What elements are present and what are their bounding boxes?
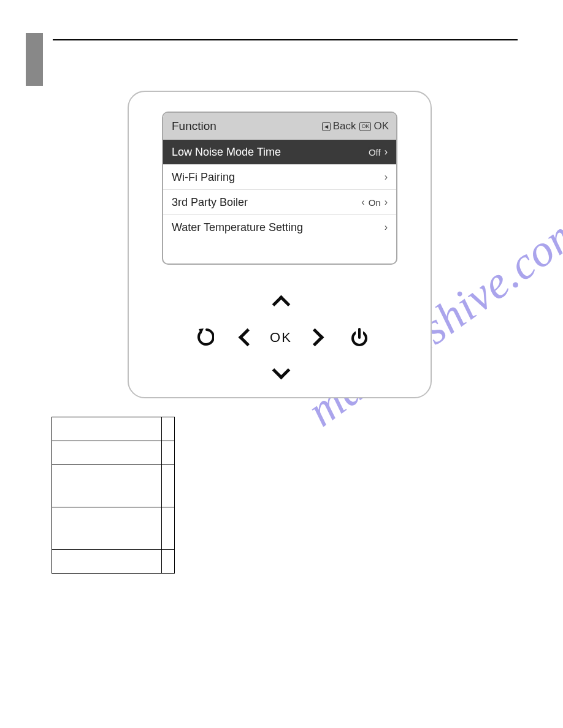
table-cell	[162, 550, 175, 574]
chevron-left-icon	[238, 328, 256, 346]
power-icon	[350, 327, 369, 347]
back-button[interactable]	[194, 325, 216, 349]
table-cell	[52, 550, 162, 574]
table-row	[52, 550, 175, 574]
header-back-hint: ▸ Back	[322, 120, 356, 132]
ok-button-label: OK	[270, 330, 292, 346]
table-cell	[52, 441, 162, 465]
menu-row-water-temperature-setting[interactable]: Water Temperature Setting ›	[163, 215, 396, 240]
page: manualshive.com Function ▸ Back OK OK	[0, 0, 563, 728]
menu-row-label: Low Noise Mode Time	[172, 146, 281, 159]
table-row	[52, 417, 175, 441]
menu-row-right: Off ›	[369, 146, 388, 157]
screen-header: Function ▸ Back OK OK	[163, 113, 396, 140]
back-icon	[196, 327, 214, 347]
menu-row-label: 3rd Party Boiler	[172, 196, 248, 209]
ok-button[interactable]: OK	[267, 327, 295, 348]
menu-row-label: Wi-Fi Pairing	[172, 171, 235, 184]
table-row	[52, 507, 175, 550]
table-row	[52, 441, 175, 465]
table-cell	[162, 441, 175, 465]
controls-area: OK	[129, 282, 431, 392]
table-cell	[52, 417, 162, 441]
header-back-label: Back	[333, 120, 356, 132]
chevron-right-icon	[305, 328, 324, 346]
menu-row-label: Water Temperature Setting	[172, 221, 303, 234]
menu-row-low-noise-mode-time[interactable]: Low Noise Mode Time Off ›	[163, 140, 396, 165]
chevron-up-icon	[272, 295, 290, 313]
menu-row-value: On	[369, 197, 381, 208]
chevron-right-icon: ›	[385, 146, 388, 157]
down-button[interactable]	[271, 363, 291, 377]
table-row	[52, 465, 175, 507]
up-button[interactable]	[271, 297, 291, 311]
menu-row-right: ›	[385, 222, 388, 233]
ok-hint-icon: OK	[359, 122, 371, 131]
left-button[interactable]	[239, 326, 255, 348]
info-table	[52, 417, 175, 574]
menu-row-right: ›	[385, 172, 388, 183]
chevron-right-icon: ›	[385, 197, 388, 208]
table-cell	[52, 465, 162, 507]
side-tab	[26, 33, 43, 86]
header-ok-hint: OK OK	[359, 120, 389, 132]
right-button[interactable]	[307, 326, 323, 348]
chevron-left-icon: ‹	[361, 197, 364, 208]
table-cell	[162, 507, 175, 550]
menu-row-3rd-party-boiler[interactable]: 3rd Party Boiler ‹ On ›	[163, 190, 396, 215]
header-ok-label: OK	[373, 120, 389, 132]
chevron-right-icon: ›	[385, 222, 388, 233]
table-cell	[162, 465, 175, 507]
header-rule	[53, 39, 518, 40]
controller-device: Function ▸ Back OK OK Low Noise Mode Tim…	[128, 91, 432, 398]
chevron-down-icon	[272, 361, 290, 379]
menu-row-value: Off	[369, 147, 381, 157]
table-cell	[162, 417, 175, 441]
chevron-right-icon: ›	[385, 172, 388, 183]
menu-row-wifi-pairing[interactable]: Wi-Fi Pairing ›	[163, 165, 396, 190]
menu-row-right: ‹ On ›	[361, 197, 388, 208]
table-cell	[52, 507, 162, 550]
screen-title: Function	[172, 119, 216, 133]
power-button[interactable]	[348, 325, 370, 349]
back-hint-icon: ▸	[322, 122, 331, 131]
device-screen: Function ▸ Back OK OK Low Noise Mode Tim…	[162, 112, 397, 265]
screen-header-actions: ▸ Back OK OK	[322, 120, 389, 132]
